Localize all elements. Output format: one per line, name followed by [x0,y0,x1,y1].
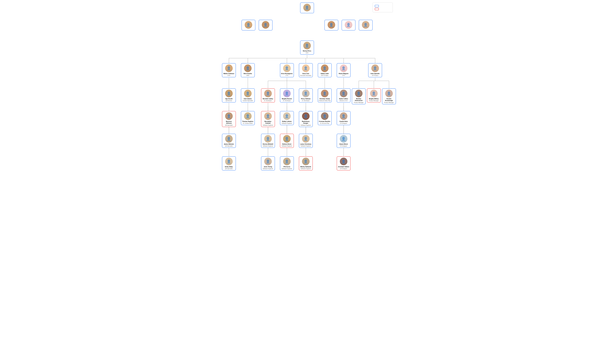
name-laney: Laney Christmas [300,143,311,145]
node-bent: Bent Grasha CMO [241,63,255,77]
card-christian: Christian Vandy Outbound Sales Rep [318,88,332,103]
title-berkley: Product Manager [354,102,364,103]
title-christian: Outbound Sales Rep [319,100,330,102]
node-debby: Debby Lethem Software Engineer [280,111,294,125]
node-thomas: Thomas Hopkins Sr. Content Writer [241,111,255,125]
title-jonis: Software Engineer [263,168,273,169]
avatar-birgitta [283,90,291,97]
avatar-brigida [370,90,378,97]
name-gianni: Gianni Block [339,143,348,145]
node-camila: Camila Hintz UX Designer [337,111,351,125]
avatar-bent [244,65,252,72]
name-kyle: Kyle Adams [244,98,252,100]
card-dorena: Dorena Whebell Software Engineer [261,134,275,148]
name-bartholemy: Bartholemy Durgan [300,120,312,124]
avatar-percy [302,90,310,97]
card-beyonce: Beyonce Johnson QA Specialist [222,111,236,127]
node-laney: Laney Christmas Software Engineer [299,134,313,148]
card-norma [300,2,314,13]
name-camila: Camila Hintz [339,120,348,122]
card-brigida: Brigida Withey Product Manager [367,88,381,103]
card-laney: Laney Christmas Software Engineer [299,134,313,148]
name-dante: Dante Collins [339,98,348,100]
title-irwin: VP Product [372,75,378,76]
name-bent: Bent Grasha [244,73,252,74]
card-holmes: Holmes Dever Software Engineer [280,134,294,148]
node-kyle: Kyle Adams Content Specialist [241,88,255,103]
title-percy: Sr. Developer [302,100,310,102]
card-phil: Phil Acres Software Engineer [280,156,294,170]
lines-svg [220,38,394,173]
node-brigida: Brigida Withey Product Manager [367,88,381,103]
node-beyonce: Beyonce Johnson QA Specialist [222,111,236,127]
node-kendra: Kendra Scrammage Product Manager [382,88,396,104]
name-norma: Norma Perry [303,50,311,52]
card-mickey: Mickey Neilands Software Engineer [299,156,313,170]
name-holmes: Holmes Dever [282,143,291,145]
name-mickey: Mickey Neilands [300,166,311,168]
node-norma [300,2,314,13]
avatar-irwin [371,65,379,72]
avatar-phil [283,158,291,165]
card-berkley: Berkley Esherwood Product Manager [352,88,366,104]
name-beyonce: Beyonce Johnson [223,120,235,124]
legend-box-blue [375,5,379,7]
avatar-ugo [225,90,233,97]
avatar-holmes [283,135,291,143]
avatar-bartholemy [302,112,310,120]
name-emily: Emily Alday [225,166,233,168]
title-freeman: Sr. Account Rep [320,122,329,124]
legend-item-sf [375,5,391,7]
name-bernelle: Bernelle Cubley [263,98,273,100]
card-bernelle: Bernelle Cubley Sr. Developer [261,88,275,103]
title-dathyl: SVP of Sales [321,75,328,76]
card-matteo: Matteo Gobeaux COO [222,63,236,77]
name-thomas: Thomas Hopkins [242,120,253,122]
avatar-matteo [245,21,252,29]
node-bernadine: Bernadine Godsell Software Engineer [261,111,275,127]
avatar-freeman [321,112,328,120]
legend [373,2,393,12]
title-james: QA Specialist [225,145,232,147]
name-bernadine: Bernadine Godsell [262,120,274,124]
card-percy: Percy Veltman Sr. Developer [299,88,313,103]
title-norma: CEO [306,52,308,54]
avatar-shana [340,65,347,72]
avatar-norma [303,4,311,11]
card-kyle: Kyle Adams Content Specialist [241,88,255,103]
card-emily: Emily Alday QA Specialist [222,156,236,170]
card-jeremiah: Jeremiah Oakton UX Designer [337,156,351,170]
title-erica: CTO [286,75,288,76]
avatar-norma [303,42,311,49]
avatar-dante [340,90,347,97]
name-brigida: Brigida Withey [369,98,379,100]
node-gianni: Gianni Block UX Designer [337,134,351,148]
node-shana [341,20,355,30]
node-dathyl [325,20,338,30]
avatar-irwin [362,21,369,29]
title-dorena: Software Engineer [263,145,273,147]
avatar-camila [340,112,347,120]
title-kyle: Content Specialist [243,100,253,102]
card-james: James Webster QA Specialist [222,134,236,148]
name-irwin: Irwin Spinello [371,73,380,74]
name-shana: Shana Maguire [339,73,348,74]
avatar-erica [283,65,291,72]
node-jeremiah: Jeremiah Oakton UX Designer [337,156,351,170]
node-bernelle: Bernelle Cubley Sr. Developer [261,88,275,103]
card-ugo: Ugo Duckit QA Director [222,88,236,103]
node-berkley: Berkley Esherwood Product Manager [352,88,366,104]
card-thomas: Thomas Hopkins Sr. Content Writer [241,111,255,125]
card-dante: Dante Collins Director of UX [337,88,351,103]
avatar-matteo [225,65,233,72]
name-freeman: Freeman Beuhler [319,120,330,122]
card-bernadine: Bernadine Godsell Software Engineer [261,111,275,127]
avatar-jeremiah [340,158,347,165]
title-shana: CFO [342,75,345,76]
title-anna: Executive Secretary [300,75,311,76]
title-bent: CMO [246,75,249,76]
node-bartholemy: Bartholemy Durgan Software Engineer [299,111,313,127]
avatar-thomas [244,112,252,120]
card-bent: Bent Grasha CMO [241,63,255,77]
node-holmes: Holmes Dever Software Engineer [280,134,294,148]
